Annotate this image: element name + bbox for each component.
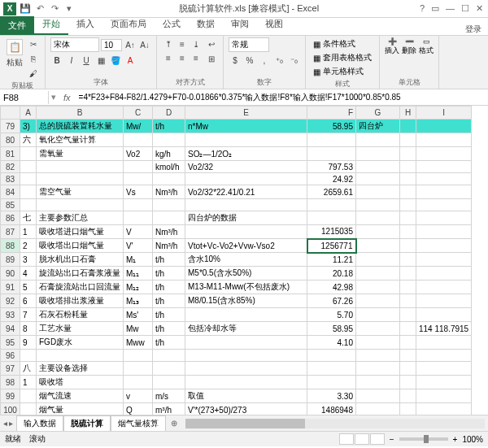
cell-H91[interactable] (400, 281, 416, 294)
cell-G89[interactable] (356, 253, 400, 267)
row-header-92[interactable]: 92 (1, 294, 20, 308)
fx-icon[interactable]: fx (59, 93, 76, 102)
cell-B88[interactable]: 吸收塔出口烟气量 (37, 239, 124, 253)
cell-H83[interactable] (400, 173, 416, 185)
cell-A80[interactable]: 六 (20, 133, 37, 147)
cell-D86[interactable] (153, 211, 185, 225)
cell-E80[interactable] (185, 133, 307, 147)
comma-icon[interactable]: , (258, 54, 271, 67)
increase-font-icon[interactable]: A↑ (124, 38, 137, 51)
cell-C79[interactable]: Mw/ (124, 120, 153, 133)
close-icon[interactable]: ✕ (476, 3, 483, 14)
cell-C82[interactable] (124, 161, 153, 173)
conditional-format-button[interactable]: ▦ 条件格式 (311, 37, 358, 50)
cell-C92[interactable]: M₁₃ (124, 294, 153, 308)
name-box[interactable]: F88 (0, 91, 49, 104)
cell-E79[interactable]: n*Mw (185, 120, 307, 133)
cell-E97[interactable] (185, 362, 307, 376)
cell-A81[interactable] (20, 147, 37, 161)
cell-B82[interactable] (37, 161, 124, 173)
zoom-in-button[interactable]: + (453, 435, 458, 444)
sheet-tab-0[interactable]: 输入数据 (16, 415, 63, 431)
cell-F93[interactable]: 5.70 (307, 308, 356, 322)
help-icon[interactable]: ? (420, 3, 425, 14)
cell-B91[interactable]: 石膏旋流站出口回流量 (37, 281, 124, 294)
cell-I79[interactable] (416, 120, 472, 133)
cell-B100[interactable]: 烟气量 (37, 403, 124, 415)
cell-G94[interactable] (356, 322, 400, 336)
cell-E100[interactable]: V'*(273+50)/273 (185, 403, 307, 415)
row-header-91[interactable]: 91 (1, 281, 20, 294)
cell-E81[interactable]: SO₂—1/2O₂ (185, 147, 307, 161)
cell-F92[interactable]: 67.26 (307, 294, 356, 308)
percent-icon[interactable]: % (243, 54, 256, 67)
decrease-decimal-icon[interactable]: ⁻₀ (287, 54, 300, 67)
cell-I88[interactable] (416, 239, 472, 253)
cell-G90[interactable] (356, 267, 400, 281)
format-cells-button[interactable]: ▭格式 (419, 37, 434, 56)
cell-I94[interactable]: 114 118.7915 (416, 322, 472, 336)
cell-I90[interactable] (416, 267, 472, 281)
cell-F90[interactable]: 20.18 (307, 267, 356, 281)
cell-C91[interactable]: M₁₂ (124, 281, 153, 294)
cell-D99[interactable]: m/s (153, 389, 185, 403)
cell-E99[interactable]: 取值 (185, 389, 307, 403)
sheet-tab-1[interactable]: 脱硫计算 (63, 415, 111, 431)
cell-I89[interactable] (416, 253, 472, 267)
align-top-icon[interactable]: ⤒ (162, 37, 175, 50)
cell-H86[interactable] (400, 211, 416, 225)
row-header-83[interactable]: 83 (1, 173, 20, 185)
cell-B84[interactable]: 需空气量 (37, 185, 124, 199)
cell-G87[interactable] (356, 225, 400, 239)
cell-C94[interactable]: Mw (124, 322, 153, 336)
cell-D80[interactable] (153, 133, 185, 147)
cell-I100[interactable] (416, 403, 472, 415)
cell-E85[interactable] (185, 199, 307, 211)
insert-cells-button[interactable]: ➕插入 (385, 37, 399, 56)
number-format-select[interactable]: 常规 (229, 37, 269, 52)
cell-F95[interactable]: 4.10 (307, 336, 356, 350)
row-header-80[interactable]: 80 (1, 133, 20, 147)
font-size-select[interactable]: 10 (101, 39, 122, 51)
cell-C84[interactable]: Vs (124, 185, 153, 199)
cell-F82[interactable]: 797.53 (307, 161, 356, 173)
align-right-icon[interactable]: ≡ (190, 51, 203, 64)
cell-D100[interactable]: m³/h (153, 403, 185, 415)
cell-F97[interactable] (307, 362, 356, 376)
cell-A84[interactable] (20, 185, 37, 199)
currency-icon[interactable]: $ (229, 54, 242, 67)
cell-A92[interactable]: 6 (20, 294, 37, 308)
cell-E93[interactable] (185, 308, 307, 322)
row-header-93[interactable]: 93 (1, 308, 20, 322)
cell-E96[interactable] (185, 350, 307, 362)
cell-F100[interactable]: 1486948 (307, 403, 356, 415)
cell-G93[interactable] (356, 308, 400, 322)
cell-A93[interactable]: 7 (20, 308, 37, 322)
cell-H99[interactable] (400, 389, 416, 403)
cell-I87[interactable] (416, 225, 472, 239)
cell-D96[interactable] (153, 350, 185, 362)
cell-E94[interactable]: 包括冷却水等 (185, 322, 307, 336)
cell-D83[interactable] (153, 173, 185, 185)
cell-G98[interactable] (356, 376, 400, 389)
cell-C95[interactable]: Mww (124, 336, 153, 350)
cell-C88[interactable]: V' (124, 239, 153, 253)
cell-I96[interactable] (416, 350, 472, 362)
cut-icon[interactable]: ✂ (27, 37, 40, 50)
cell-D93[interactable]: t/h (153, 308, 185, 322)
tab-data[interactable]: 数据 (189, 15, 223, 35)
row-header-85[interactable]: 85 (1, 199, 20, 211)
cell-F85[interactable] (307, 199, 356, 211)
cell-A95[interactable]: 9 (20, 336, 37, 350)
cell-D84[interactable]: Nm³/h (153, 185, 185, 199)
cell-I82[interactable] (416, 161, 472, 173)
undo-icon[interactable]: ↶ (34, 3, 46, 15)
cell-A79[interactable]: 3) (20, 120, 37, 133)
cell-I98[interactable] (416, 376, 472, 389)
zoom-out-button[interactable]: − (390, 435, 394, 444)
cell-H80[interactable] (400, 133, 416, 147)
cell-G85[interactable] (356, 199, 400, 211)
cell-B80[interactable]: 氧化空气量计算 (37, 133, 124, 147)
column-header-H[interactable]: H (400, 107, 416, 120)
cell-G81[interactable] (356, 147, 400, 161)
